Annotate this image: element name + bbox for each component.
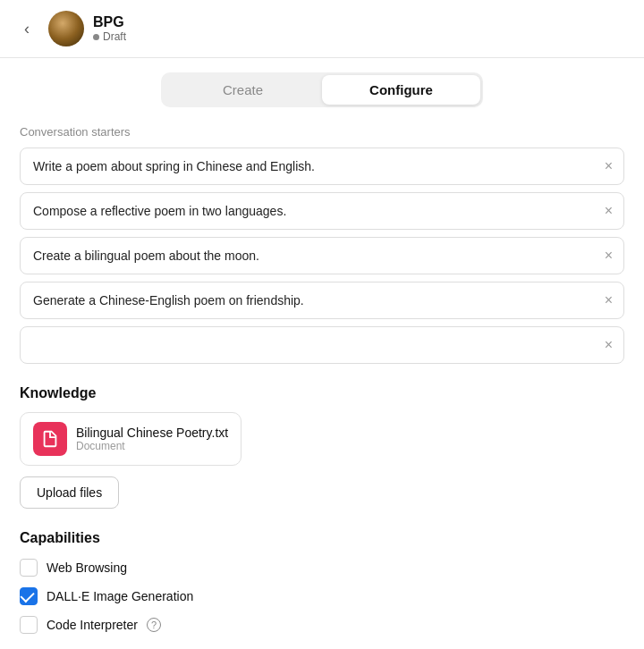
knowledge-label: Knowledge	[20, 385, 624, 401]
conversation-starters-section: Conversation starters × × × × ×	[20, 125, 624, 364]
knowledge-section: Knowledge Bilingual Chinese Poetry.txt D…	[20, 385, 624, 509]
status-badge: Draft	[93, 30, 126, 43]
file-info: Bilingual Chinese Poetry.txt Document	[76, 426, 228, 452]
avatar	[48, 11, 84, 46]
web-browsing-label: Web Browsing	[47, 560, 127, 575]
dalle-checkbox[interactable]	[20, 587, 38, 605]
file-name: Bilingual Chinese Poetry.txt	[76, 426, 228, 440]
starter-remove-3[interactable]: ×	[594, 241, 623, 270]
code-interpreter-help-icon[interactable]: ?	[147, 618, 161, 632]
upload-files-button[interactable]: Upload files	[20, 476, 119, 509]
capabilities-section: Capabilities Web Browsing DALL·E Image G…	[20, 530, 624, 634]
header: ‹ BPG Draft	[0, 0, 644, 58]
starter-row-1: ×	[20, 148, 624, 185]
starter-row-3: ×	[20, 237, 624, 274]
capability-row-web-browsing: Web Browsing	[20, 559, 624, 577]
starter-remove-4[interactable]: ×	[594, 286, 623, 315]
capabilities-label: Capabilities	[20, 530, 624, 546]
capability-row-code-interpreter: Code Interpreter ?	[20, 616, 624, 634]
file-icon	[33, 422, 67, 456]
starter-input-1[interactable]	[21, 148, 594, 184]
tab-bar: Create Configure	[0, 58, 644, 125]
web-browsing-checkbox[interactable]	[20, 559, 38, 577]
starter-row-2: ×	[20, 192, 624, 230]
tab-configure[interactable]: Configure	[322, 75, 480, 105]
file-type: Document	[76, 440, 228, 452]
starters-label: Conversation starters	[20, 125, 624, 139]
starter-remove-5[interactable]: ×	[594, 331, 623, 359]
back-button[interactable]: ‹	[14, 16, 39, 41]
page-title: BPG	[93, 14, 126, 30]
starter-remove-1[interactable]: ×	[594, 152, 623, 181]
code-interpreter-label: Code Interpreter	[47, 618, 138, 632]
knowledge-file: Bilingual Chinese Poetry.txt Document	[20, 412, 242, 466]
starter-row-5: ×	[20, 326, 624, 364]
starter-input-3[interactable]	[21, 238, 594, 274]
code-interpreter-checkbox[interactable]	[20, 616, 38, 634]
dalle-label: DALL·E Image Generation	[47, 589, 193, 603]
header-info: BPG Draft	[93, 14, 126, 43]
starter-row-4: ×	[20, 282, 624, 319]
document-icon	[40, 429, 60, 449]
status-dot-icon	[93, 34, 99, 40]
starter-input-5[interactable]	[21, 327, 594, 363]
capability-row-dalle: DALL·E Image Generation	[20, 587, 624, 605]
starter-remove-2[interactable]: ×	[594, 197, 623, 225]
tab-create[interactable]: Create	[164, 75, 322, 105]
tab-switcher: Create Configure	[161, 72, 483, 107]
starter-input-4[interactable]	[21, 282, 594, 318]
starter-input-2[interactable]	[21, 193, 594, 229]
main-content: Conversation starters × × × × × Knowledg…	[0, 125, 644, 649]
